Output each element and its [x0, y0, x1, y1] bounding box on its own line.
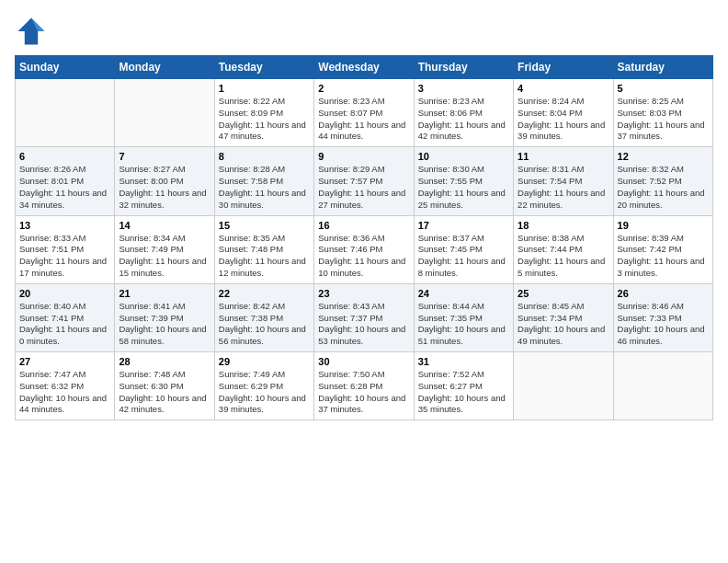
day-info: Sunrise: 8:32 AM Sunset: 7:52 PM Dayligh… — [618, 164, 709, 211]
calendar-header-friday: Friday — [514, 56, 613, 79]
day-info: Sunrise: 7:52 AM Sunset: 6:27 PM Dayligh… — [418, 369, 509, 416]
day-info: Sunrise: 8:36 AM Sunset: 7:46 PM Dayligh… — [318, 233, 409, 280]
day-info: Sunrise: 8:37 AM Sunset: 7:45 PM Dayligh… — [418, 233, 509, 280]
day-number: 12 — [618, 151, 709, 162]
calendar-cell: 8Sunrise: 8:28 AM Sunset: 7:58 PM Daylig… — [214, 147, 313, 215]
calendar-week-4: 20Sunrise: 8:40 AM Sunset: 7:41 PM Dayli… — [16, 283, 713, 351]
day-info: Sunrise: 7:47 AM Sunset: 6:32 PM Dayligh… — [19, 369, 110, 416]
calendar-cell: 23Sunrise: 8:43 AM Sunset: 7:37 PM Dayli… — [314, 283, 414, 351]
calendar-cell — [613, 352, 712, 420]
calendar-cell: 14Sunrise: 8:34 AM Sunset: 7:49 PM Dayli… — [115, 215, 214, 283]
day-info: Sunrise: 8:40 AM Sunset: 7:41 PM Dayligh… — [19, 301, 110, 348]
calendar-week-5: 27Sunrise: 7:47 AM Sunset: 6:32 PM Dayli… — [16, 352, 713, 420]
calendar-cell: 18Sunrise: 8:38 AM Sunset: 7:44 PM Dayli… — [514, 215, 613, 283]
day-number: 7 — [119, 151, 210, 162]
day-info: Sunrise: 8:44 AM Sunset: 7:35 PM Dayligh… — [418, 301, 509, 348]
logo-icon — [15, 15, 48, 48]
day-info: Sunrise: 8:42 AM Sunset: 7:38 PM Dayligh… — [219, 301, 310, 348]
calendar-cell: 5Sunrise: 8:25 AM Sunset: 8:03 PM Daylig… — [613, 79, 712, 147]
day-number: 20 — [19, 288, 110, 299]
day-info: Sunrise: 8:24 AM Sunset: 8:04 PM Dayligh… — [518, 96, 609, 143]
calendar-cell: 21Sunrise: 8:41 AM Sunset: 7:39 PM Dayli… — [115, 283, 214, 351]
day-number: 29 — [219, 356, 310, 367]
day-number: 24 — [418, 288, 509, 299]
day-info: Sunrise: 8:39 AM Sunset: 7:42 PM Dayligh… — [618, 233, 709, 280]
calendar-cell — [115, 79, 214, 147]
day-info: Sunrise: 7:50 AM Sunset: 6:28 PM Dayligh… — [318, 369, 409, 416]
day-number: 16 — [318, 220, 409, 231]
day-number: 3 — [418, 83, 509, 94]
day-number: 19 — [618, 220, 709, 231]
calendar-cell: 13Sunrise: 8:33 AM Sunset: 7:51 PM Dayli… — [16, 215, 115, 283]
calendar-cell: 2Sunrise: 8:23 AM Sunset: 8:07 PM Daylig… — [314, 79, 414, 147]
day-info: Sunrise: 8:41 AM Sunset: 7:39 PM Dayligh… — [119, 301, 210, 348]
day-number: 5 — [618, 83, 709, 94]
logo — [15, 15, 51, 48]
day-info: Sunrise: 8:43 AM Sunset: 7:37 PM Dayligh… — [318, 301, 409, 348]
calendar-cell: 22Sunrise: 8:42 AM Sunset: 7:38 PM Dayli… — [214, 283, 313, 351]
calendar-cell — [16, 79, 115, 147]
calendar-cell: 4Sunrise: 8:24 AM Sunset: 8:04 PM Daylig… — [514, 79, 613, 147]
day-info: Sunrise: 8:31 AM Sunset: 7:54 PM Dayligh… — [518, 164, 609, 211]
day-info: Sunrise: 7:49 AM Sunset: 6:29 PM Dayligh… — [219, 369, 310, 416]
calendar-cell: 27Sunrise: 7:47 AM Sunset: 6:32 PM Dayli… — [16, 352, 115, 420]
calendar-cell — [514, 352, 613, 420]
day-number: 2 — [318, 83, 409, 94]
day-number: 30 — [318, 356, 409, 367]
calendar-table: SundayMondayTuesdayWednesdayThursdayFrid… — [15, 55, 713, 420]
page-header — [15, 15, 713, 48]
day-info: Sunrise: 8:26 AM Sunset: 8:01 PM Dayligh… — [19, 164, 110, 211]
calendar-week-2: 6Sunrise: 8:26 AM Sunset: 8:01 PM Daylig… — [16, 147, 713, 215]
calendar-cell: 7Sunrise: 8:27 AM Sunset: 8:00 PM Daylig… — [115, 147, 214, 215]
day-number: 17 — [418, 220, 509, 231]
calendar-header-sunday: Sunday — [16, 56, 115, 79]
day-number: 21 — [119, 288, 210, 299]
day-info: Sunrise: 8:22 AM Sunset: 8:09 PM Dayligh… — [219, 96, 310, 143]
day-number: 11 — [518, 151, 609, 162]
day-number: 1 — [219, 83, 310, 94]
calendar-cell: 15Sunrise: 8:35 AM Sunset: 7:48 PM Dayli… — [214, 215, 313, 283]
calendar-cell: 31Sunrise: 7:52 AM Sunset: 6:27 PM Dayli… — [414, 352, 513, 420]
day-number: 18 — [518, 220, 609, 231]
day-info: Sunrise: 7:48 AM Sunset: 6:30 PM Dayligh… — [119, 369, 210, 416]
calendar-week-3: 13Sunrise: 8:33 AM Sunset: 7:51 PM Dayli… — [16, 215, 713, 283]
calendar-header-thursday: Thursday — [414, 56, 513, 79]
day-info: Sunrise: 8:33 AM Sunset: 7:51 PM Dayligh… — [19, 233, 110, 280]
day-number: 31 — [418, 356, 509, 367]
day-info: Sunrise: 8:28 AM Sunset: 7:58 PM Dayligh… — [219, 164, 310, 211]
day-info: Sunrise: 8:30 AM Sunset: 7:55 PM Dayligh… — [418, 164, 509, 211]
day-number: 26 — [618, 288, 709, 299]
calendar-cell: 17Sunrise: 8:37 AM Sunset: 7:45 PM Dayli… — [414, 215, 513, 283]
day-number: 15 — [219, 220, 310, 231]
calendar-cell: 11Sunrise: 8:31 AM Sunset: 7:54 PM Dayli… — [514, 147, 613, 215]
day-number: 27 — [19, 356, 110, 367]
calendar-cell: 25Sunrise: 8:45 AM Sunset: 7:34 PM Dayli… — [514, 283, 613, 351]
calendar-header-row: SundayMondayTuesdayWednesdayThursdayFrid… — [16, 56, 713, 79]
calendar-header-tuesday: Tuesday — [214, 56, 313, 79]
calendar-cell: 9Sunrise: 8:29 AM Sunset: 7:57 PM Daylig… — [314, 147, 414, 215]
day-info: Sunrise: 8:46 AM Sunset: 7:33 PM Dayligh… — [618, 301, 709, 348]
day-info: Sunrise: 8:27 AM Sunset: 8:00 PM Dayligh… — [119, 164, 210, 211]
calendar-cell: 20Sunrise: 8:40 AM Sunset: 7:41 PM Dayli… — [16, 283, 115, 351]
calendar-cell: 1Sunrise: 8:22 AM Sunset: 8:09 PM Daylig… — [214, 79, 313, 147]
calendar-week-1: 1Sunrise: 8:22 AM Sunset: 8:09 PM Daylig… — [16, 79, 713, 147]
day-info: Sunrise: 8:35 AM Sunset: 7:48 PM Dayligh… — [219, 233, 310, 280]
day-number: 8 — [219, 151, 310, 162]
day-number: 28 — [119, 356, 210, 367]
calendar-header-wednesday: Wednesday — [314, 56, 414, 79]
calendar-cell: 19Sunrise: 8:39 AM Sunset: 7:42 PM Dayli… — [613, 215, 712, 283]
day-info: Sunrise: 8:34 AM Sunset: 7:49 PM Dayligh… — [119, 233, 210, 280]
calendar-cell: 16Sunrise: 8:36 AM Sunset: 7:46 PM Dayli… — [314, 215, 414, 283]
day-number: 6 — [19, 151, 110, 162]
calendar-cell: 12Sunrise: 8:32 AM Sunset: 7:52 PM Dayli… — [613, 147, 712, 215]
calendar-cell: 26Sunrise: 8:46 AM Sunset: 7:33 PM Dayli… — [613, 283, 712, 351]
calendar-header-saturday: Saturday — [613, 56, 712, 79]
day-number: 13 — [19, 220, 110, 231]
calendar-cell: 3Sunrise: 8:23 AM Sunset: 8:06 PM Daylig… — [414, 79, 513, 147]
day-number: 25 — [518, 288, 609, 299]
day-number: 14 — [119, 220, 210, 231]
calendar-cell: 6Sunrise: 8:26 AM Sunset: 8:01 PM Daylig… — [16, 147, 115, 215]
day-number: 22 — [219, 288, 310, 299]
day-info: Sunrise: 8:38 AM Sunset: 7:44 PM Dayligh… — [518, 233, 609, 280]
day-info: Sunrise: 8:23 AM Sunset: 8:07 PM Dayligh… — [318, 96, 409, 143]
